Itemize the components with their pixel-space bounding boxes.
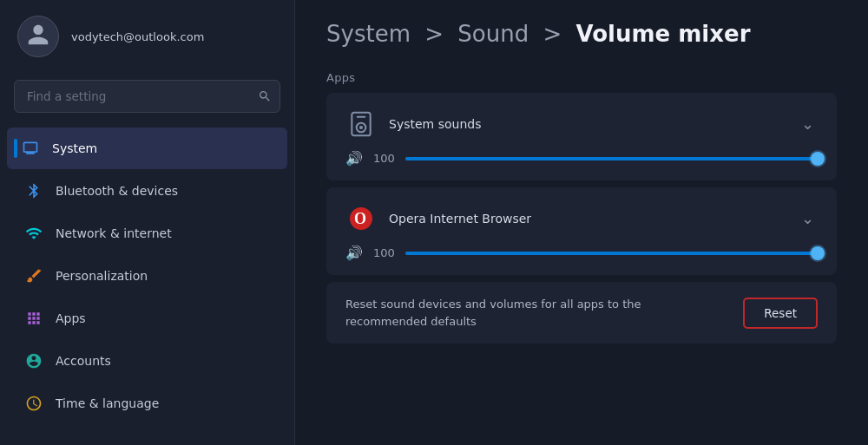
user-section[interactable]: vodytech@outlook.com [0, 0, 294, 73]
breadcrumb: System > Sound > Volume mixer [326, 21, 837, 47]
search-input[interactable] [14, 80, 280, 113]
system-sounds-vol-icon: 🔊 [345, 150, 363, 167]
user-email: vodytech@outlook.com [71, 30, 204, 43]
opera-volume-row: 🔊 100 [345, 245, 818, 261]
system-sounds-left: System sounds [345, 108, 481, 140]
sidebar-label-apps: Apps [56, 311, 86, 325]
system-sounds-title: System sounds [389, 117, 481, 131]
search-box [14, 80, 280, 113]
svg-rect-3 [357, 116, 366, 118]
opera-slider[interactable] [405, 252, 818, 255]
opera-icon: O [345, 203, 377, 234]
opera-slider-fill [405, 252, 818, 255]
opera-expand[interactable]: ⌄ [798, 207, 818, 230]
brush-icon [24, 266, 43, 285]
apps-section-label: Apps [326, 71, 837, 84]
sidebar-item-personalization[interactable]: Personalization [7, 255, 287, 297]
sidebar-label-personalization: Personalization [56, 269, 148, 283]
opera-slider-thumb[interactable] [811, 246, 825, 260]
sidebar-label-accounts: Accounts [56, 354, 111, 368]
opera-header: O Opera Internet Browser ⌄ [345, 203, 818, 234]
sidebar-label-time: Time & language [56, 396, 159, 410]
system-sounds-expand[interactable]: ⌄ [798, 113, 818, 135]
reset-button[interactable]: Reset [743, 298, 818, 329]
system-sounds-header: System sounds ⌄ [345, 108, 818, 140]
nav-list: System Bluetooth & devices Network & int… [0, 127, 294, 445]
system-sounds-slider-fill [405, 157, 818, 160]
breadcrumb-sound: Sound [457, 21, 529, 47]
user-icon [26, 23, 50, 50]
system-sounds-card: System sounds ⌄ 🔊 100 [326, 93, 837, 180]
bluetooth-icon [24, 181, 43, 200]
system-sounds-slider[interactable] [405, 157, 818, 160]
main-content: System > Sound > Volume mixer Apps Syste… [295, 0, 868, 445]
sidebar-label-system: System [52, 141, 97, 155]
opera-vol-icon: 🔊 [345, 245, 363, 261]
breadcrumb-volume-mixer: Volume mixer [576, 21, 751, 47]
breadcrumb-system: System [326, 21, 411, 47]
system-sounds-slider-thumb[interactable] [811, 152, 825, 166]
sidebar-item-accounts[interactable]: Accounts [7, 340, 287, 382]
sidebar-item-bluetooth[interactable]: Bluetooth & devices [7, 170, 287, 212]
monitor-icon [21, 139, 40, 158]
avatar [17, 16, 59, 57]
clock-icon [24, 394, 43, 413]
sidebar-label-bluetooth: Bluetooth & devices [56, 184, 178, 198]
opera-vol-num: 100 [373, 246, 395, 259]
reset-text: Reset sound devices and volumes for all … [345, 296, 726, 330]
search-button[interactable] [258, 89, 272, 103]
system-sounds-volume-row: 🔊 100 [345, 150, 818, 167]
sidebar-item-network[interactable]: Network & internet [7, 213, 287, 254]
account-icon [24, 351, 43, 370]
active-indicator [14, 139, 17, 158]
opera-card: O Opera Internet Browser ⌄ 🔊 100 [326, 187, 837, 275]
sidebar-item-time[interactable]: Time & language [7, 383, 287, 424]
sidebar-label-network: Network & internet [56, 226, 172, 240]
sidebar-item-system[interactable]: System [7, 128, 287, 169]
breadcrumb-sep2: > [542, 21, 562, 47]
opera-left: O Opera Internet Browser [345, 203, 531, 234]
system-sounds-icon [345, 108, 377, 140]
opera-title: Opera Internet Browser [389, 212, 531, 226]
reset-row: Reset sound devices and volumes for all … [326, 282, 837, 344]
svg-point-2 [359, 126, 363, 129]
wifi-icon [24, 224, 43, 243]
breadcrumb-sep1: > [424, 21, 444, 47]
sidebar-item-apps[interactable]: Apps [7, 298, 287, 339]
sidebar: vodytech@outlook.com System Bluetooth & … [0, 0, 295, 445]
system-sounds-vol-num: 100 [373, 152, 395, 165]
apps-icon [24, 309, 43, 328]
svg-text:O: O [354, 210, 366, 227]
